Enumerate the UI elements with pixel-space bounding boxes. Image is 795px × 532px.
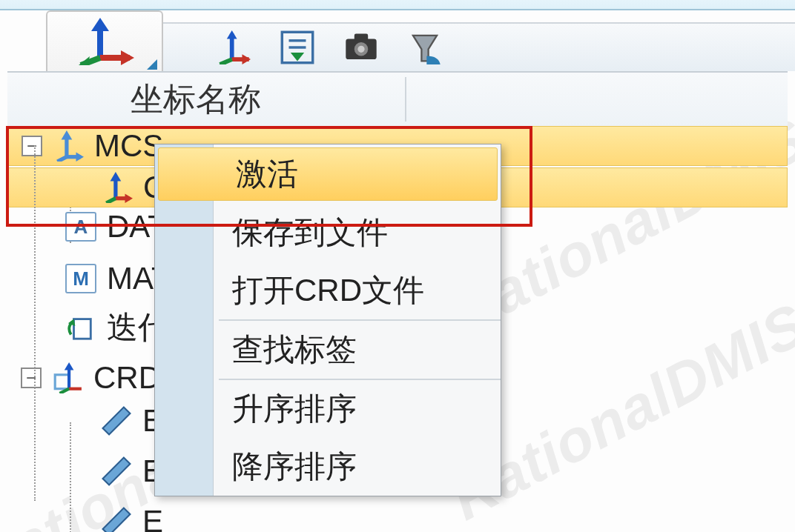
svg-marker-24 [76, 152, 85, 162]
menu-label: 降序排序 [232, 446, 357, 488]
tab-dropdown-indicator[interactable] [147, 59, 157, 70]
svg-point-13 [357, 46, 364, 53]
tree-label: E [142, 504, 163, 532]
camera-icon[interactable] [344, 30, 378, 64]
menu-label: 保存到文件 [232, 212, 388, 253]
menu-label: 打开CRD文件 [232, 270, 424, 311]
tree-label: MCS [94, 128, 163, 164]
axis-cube-icon [52, 362, 83, 393]
expander-minus-icon[interactable]: − [21, 368, 42, 388]
svg-marker-35 [65, 362, 74, 370]
svg-marker-1 [227, 30, 237, 39]
context-menu: 激活 保存到文件 打开CRD文件 查找标签 升序排序 降序排序 [154, 144, 501, 496]
filter-icon[interactable] [408, 30, 442, 64]
menu-item-sort-desc[interactable]: 降序排序 [155, 438, 501, 496]
svg-marker-29 [125, 193, 133, 203]
column-separator[interactable] [405, 77, 406, 122]
svg-marker-18 [121, 50, 134, 65]
window-top-strip [0, 0, 795, 10]
svg-marker-22 [62, 130, 73, 140]
svg-marker-20 [75, 56, 90, 65]
svg-marker-16 [91, 18, 109, 31]
iterate-icon [65, 312, 96, 343]
menu-item-save-to-file[interactable]: 保存到文件 [155, 204, 501, 262]
menu-item-sort-asc[interactable]: 升序排序 [155, 380, 501, 438]
column-header-label: 坐标名称 [131, 78, 261, 122]
letter-m-icon: M [65, 263, 96, 294]
pen-icon [101, 456, 132, 487]
axis-rgb-icon [102, 172, 133, 203]
svg-rect-33 [55, 375, 69, 389]
tree-node-e[interactable]: E [7, 502, 788, 532]
menu-label: 升序排序 [232, 388, 357, 430]
axis-blue-icon [53, 130, 84, 162]
letter-a-icon: A [65, 211, 96, 242]
menu-label: 激活 [236, 153, 298, 195]
svg-marker-3 [243, 54, 251, 64]
svg-line-25 [57, 157, 67, 162]
menu-item-open-crd[interactable]: 打开CRD文件 [155, 262, 501, 319]
active-tab-coordinate[interactable] [46, 10, 163, 71]
menu-item-activate[interactable]: 激活 [158, 147, 498, 201]
menu-label: 查找标签 [232, 329, 357, 370]
svg-rect-31 [74, 319, 91, 339]
pen-icon [101, 506, 132, 532]
expander-minus-icon[interactable]: − [22, 136, 42, 156]
axis-small-icon[interactable] [217, 30, 251, 64]
svg-marker-27 [110, 172, 122, 182]
menu-item-find-label[interactable]: 查找标签 [155, 321, 501, 379]
svg-line-30 [106, 199, 116, 203]
toolbar [160, 22, 795, 71]
list-down-icon[interactable] [280, 30, 314, 64]
svg-marker-9 [291, 53, 304, 61]
column-header-row: 坐标名称 [7, 71, 788, 127]
tree-label: CRD [93, 360, 161, 396]
svg-rect-11 [354, 34, 368, 41]
pen-icon [101, 405, 132, 436]
